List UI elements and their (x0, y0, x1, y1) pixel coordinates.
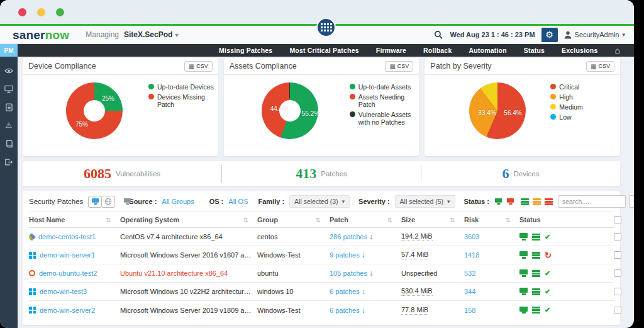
legend-dot (550, 94, 556, 99)
home-icon[interactable] (615, 45, 620, 56)
visibility-eye-icon[interactable] (4, 66, 14, 75)
risk-link[interactable]: 1418 (464, 251, 519, 259)
sort-icon (450, 216, 455, 223)
legend-item: Medium (550, 103, 582, 111)
family-dropdown[interactable]: All selected (3)▾ (289, 195, 350, 208)
column-patch[interactable]: Patch (330, 216, 401, 223)
legend-dot (350, 111, 355, 117)
alerts-warning-icon[interactable] (4, 121, 14, 130)
source-value-link[interactable]: All Groups (162, 198, 194, 205)
status-server-crit-icon[interactable] (545, 198, 553, 205)
column-host-name[interactable]: Host Name (29, 216, 120, 223)
status-server-warn-icon[interactable] (533, 198, 541, 205)
tool-sidebar: PM (0, 44, 18, 328)
devices-label: Devices (514, 170, 540, 178)
search-input[interactable] (558, 195, 626, 208)
table-grid-icon (189, 63, 194, 70)
host-link[interactable]: demo-win-server2 (29, 307, 120, 314)
row-checkbox[interactable] (614, 288, 621, 295)
select-all-checkbox[interactable] (614, 216, 621, 223)
severity-dropdown[interactable]: All selected (5)▾ (395, 195, 455, 208)
logo-text-accent: now (45, 28, 70, 42)
host-link[interactable]: demo-ubuntu-test2 (29, 269, 120, 277)
patched-check-icon (545, 233, 550, 241)
os-value-link[interactable]: All OS (228, 198, 248, 205)
sort-icon (506, 216, 511, 223)
settings-gear-button[interactable] (541, 28, 558, 42)
device-view-toggle[interactable] (88, 196, 102, 208)
patched-check-icon (545, 288, 550, 296)
download-icon (369, 232, 373, 241)
tab-missing-patches[interactable]: Missing Patches (219, 47, 272, 54)
slice-label: 44.4% (270, 105, 288, 112)
patch-link[interactable]: 9 patches (330, 251, 401, 259)
row-checkbox[interactable] (614, 269, 621, 277)
csv-export-button[interactable]: CSV (385, 61, 413, 72)
patch-link[interactable]: 6 patches (330, 287, 401, 296)
slice-label: 33.4% (478, 110, 496, 116)
managing-label: Managing (86, 30, 119, 39)
risk-link[interactable]: 3603 (464, 233, 519, 240)
table-header: Host Name Operating System Group Patch S… (29, 212, 614, 228)
search-icon[interactable] (434, 30, 443, 40)
csv-export-button[interactable]: CSV (586, 61, 614, 72)
patch-link[interactable]: 286 patches (330, 232, 401, 241)
tab-automation[interactable]: Automation (469, 47, 506, 54)
status-device-down-icon[interactable] (507, 198, 514, 205)
tab-rollback[interactable]: Rollback (423, 47, 452, 54)
host-link[interactable]: demo-win-test3 (29, 288, 120, 295)
row-checkbox[interactable] (614, 307, 621, 314)
slice-label: 25% (102, 95, 114, 102)
reports-icon[interactable] (4, 103, 14, 111)
sidebar-item-pm[interactable]: PM (0, 44, 18, 57)
device-online-icon (519, 233, 528, 240)
status-device-up-icon[interactable] (495, 198, 502, 205)
tab-exclusions[interactable]: Exclusions (562, 47, 597, 54)
vulnerabilities-count: 6085 (84, 166, 111, 182)
csv-export-button[interactable]: CSV (184, 61, 213, 72)
row-checkbox[interactable] (614, 251, 621, 259)
risk-link[interactable]: 158 (464, 307, 519, 314)
tab-status[interactable]: Status (524, 47, 545, 54)
legend-dot (550, 84, 556, 89)
download-icon (362, 306, 365, 315)
size-cell: 77.8 MiB (401, 306, 464, 315)
patch-by-severity-card: Patch by Severity CSV 56.4% 33.4% Critic… (425, 58, 620, 156)
risk-link[interactable]: 532 (464, 269, 519, 277)
minimize-window-button[interactable] (37, 8, 45, 16)
user-menu[interactable]: SecurityAdmin ▾ (564, 31, 629, 39)
host-link[interactable]: demo-win-server1 (29, 251, 120, 259)
sanernow-logo: sanernow (13, 29, 69, 41)
header-right-cluster: Wed Aug 23 1 : 46 : 23 PM SecurityAdmin … (434, 26, 629, 43)
search-button[interactable] (629, 195, 634, 208)
maximize-window-button[interactable] (56, 8, 64, 16)
network-view-toggle[interactable] (101, 196, 115, 208)
tab-firmware[interactable]: Firmware (376, 47, 406, 54)
legend-item: High (550, 93, 582, 101)
patch-link[interactable]: 105 patches (330, 269, 401, 278)
devices-monitor-icon[interactable] (4, 84, 14, 93)
tenant-selector[interactable]: SiteX.SecPod ▾ (124, 30, 178, 39)
windows-icon (29, 288, 36, 295)
close-window-button[interactable] (18, 8, 26, 16)
status-server-ok-icon[interactable] (521, 198, 529, 205)
logo-text-primary: saner (13, 28, 45, 42)
tab-most-critical-patches[interactable]: Most Critical Patches (289, 47, 358, 54)
os-cell: Microsoft Windows Server 2016 v1607 arch… (120, 251, 257, 259)
column-operating-system[interactable]: Operating System (120, 216, 257, 223)
patch-link[interactable]: 6 patches (330, 306, 401, 315)
column-risk[interactable]: Risk (464, 216, 519, 223)
app-launcher-icon[interactable] (318, 19, 335, 36)
status-cell (519, 269, 597, 278)
family-label: Family : (258, 198, 284, 205)
sign-out-icon[interactable] (4, 157, 14, 166)
devices-stat: 6 Devices (421, 165, 620, 183)
column-group[interactable]: Group (257, 216, 330, 223)
row-checkbox[interactable] (614, 233, 621, 240)
window-titlebar (0, 0, 634, 24)
knowledgebase-book-icon[interactable] (4, 139, 14, 148)
patched-check-icon (545, 269, 550, 278)
column-size[interactable]: Size (401, 216, 464, 223)
risk-link[interactable]: 344 (464, 288, 519, 295)
host-link[interactable]: demo-centos-test1 (29, 233, 120, 240)
